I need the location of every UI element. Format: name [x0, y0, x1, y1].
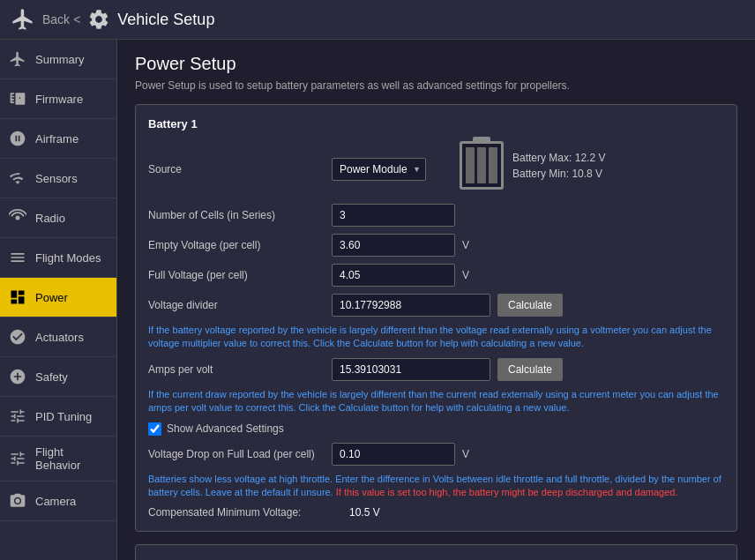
cells-row: Number of Cells (in Series) [148, 204, 724, 227]
battery-cell-2 [477, 147, 486, 183]
svg-point-0 [16, 216, 20, 220]
sidebar-label-safety: Safety [35, 370, 68, 384]
voltage-divider-row: Voltage divider Calculate [148, 294, 724, 317]
summary-icon [7, 49, 28, 70]
compensated-row: Compensated Minimum Voltage: 10.5 V [148, 506, 724, 519]
pid-tuning-icon [7, 406, 28, 427]
actuators-icon [7, 326, 28, 347]
voltage-drop-row: Voltage Drop on Full Load (per cell) V [148, 443, 724, 466]
sidebar-label-actuators: Actuators [35, 331, 84, 344]
back-button[interactable]: Back < [42, 12, 80, 26]
page-title: Vehicle Setup [117, 11, 214, 29]
empty-voltage-unit: V [462, 239, 469, 251]
advanced-settings-checkbox[interactable] [148, 422, 161, 436]
amps-per-volt-input[interactable] [332, 358, 490, 381]
firmware-icon [7, 88, 28, 109]
flight-modes-icon [7, 247, 28, 268]
sidebar-item-radio[interactable]: Radio [0, 198, 116, 238]
batteries-info: Batteries show less voltage at high thro… [148, 473, 724, 500]
battery-top [473, 137, 490, 142]
full-voltage-unit: V [462, 269, 469, 281]
amps-per-volt-info: If the current draw reported by the vehi… [148, 388, 724, 415]
empty-voltage-input[interactable] [332, 234, 455, 257]
battery2-section: Battery 2 Source Disabled Power Module [135, 544, 737, 560]
battery-cell-1 [466, 147, 475, 183]
full-voltage-row: Full Voltage (per cell) V [148, 264, 724, 287]
sidebar-item-summary[interactable]: Summary [0, 40, 116, 79]
source-label: Source [148, 163, 325, 175]
sidebar-item-firmware[interactable]: Firmware [0, 79, 116, 119]
sensors-icon [7, 168, 28, 189]
main-layout: Summary Firmware Airframe Sensors Radio [0, 40, 755, 560]
advanced-settings-row: Show Advanced Settings [148, 422, 724, 436]
sidebar-item-sensors[interactable]: Sensors [0, 159, 116, 198]
topbar: Back < Vehicle Setup [0, 0, 755, 40]
battery1-title: Battery 1 [148, 117, 724, 131]
cells-input[interactable] [332, 204, 455, 227]
sidebar-item-power[interactable]: Power [0, 278, 116, 317]
sidebar-item-actuators[interactable]: Actuators [0, 317, 116, 357]
empty-voltage-row: Empty Voltage (per cell) V [148, 234, 724, 257]
battery-max: Battery Max: 12.2 V [512, 152, 605, 164]
safety-icon [7, 366, 28, 387]
voltage-divider-label: Voltage divider [148, 299, 325, 311]
radio-icon [7, 207, 28, 228]
sidebar-item-airframe[interactable]: Airframe [0, 119, 116, 159]
voltage-drop-label: Voltage Drop on Full Load (per cell) [148, 448, 325, 460]
full-voltage-label: Full Voltage (per cell) [148, 269, 325, 281]
full-voltage-input[interactable] [332, 264, 455, 287]
sidebar-item-flight-modes[interactable]: Flight Modes [0, 238, 116, 278]
voltage-divider-info: If the battery voltage reported by the v… [148, 324, 724, 351]
amps-per-volt-calculate-button[interactable]: Calculate [497, 358, 563, 381]
battery-body [460, 141, 504, 190]
camera-icon [7, 490, 28, 511]
flight-behavior-icon [7, 448, 28, 469]
sidebar-label-camera: Camera [35, 495, 76, 508]
battery-min: Battery Min: 10.8 V [512, 168, 605, 180]
source-row: Source Power Module Disabled [148, 141, 724, 197]
content-area: Power Setup Power Setup is used to setup… [117, 40, 755, 560]
sidebar-label-radio: Radio [35, 212, 65, 225]
cells-label: Number of Cells (in Series) [148, 209, 325, 221]
sidebar-label-flight-behavior: Flight Behavior [35, 445, 109, 472]
sidebar: Summary Firmware Airframe Sensors Radio [0, 40, 117, 560]
source-select-wrapper[interactable]: Power Module Disabled [332, 158, 426, 181]
advanced-settings-label: Show Advanced Settings [167, 422, 284, 435]
battery-cell-3 [489, 147, 497, 183]
sidebar-item-pid-tuning[interactable]: PID Tuning [0, 397, 116, 437]
amps-per-volt-row: Amps per volt Calculate [148, 358, 724, 381]
sidebar-label-sensors: Sensors [35, 172, 78, 185]
sidebar-item-flight-behavior[interactable]: Flight Behavior [0, 437, 116, 482]
voltage-drop-unit: V [462, 448, 469, 460]
power-setup-title: Power Setup [135, 54, 737, 74]
compensated-value: 10.5 V [349, 506, 380, 519]
plane-icon [11, 7, 35, 32]
voltage-divider-input[interactable] [332, 294, 490, 317]
sidebar-label-airframe: Airframe [35, 132, 78, 146]
power-icon [7, 287, 28, 308]
compensated-label: Compensated Minimum Voltage: [148, 506, 342, 519]
sidebar-label-power: Power [35, 291, 68, 304]
sidebar-item-safety[interactable]: Safety [0, 357, 116, 397]
voltage-divider-calculate-button[interactable]: Calculate [497, 294, 563, 317]
sidebar-item-camera[interactable]: Camera [0, 482, 116, 521]
battery-visual: Battery Max: 12.2 V Battery Min: 10.8 V [460, 141, 605, 190]
sidebar-label-flight-modes: Flight Modes [35, 251, 101, 265]
power-setup-desc: Power Setup is used to setup battery par… [135, 79, 737, 92]
sidebar-label-summary: Summary [35, 53, 85, 66]
sidebar-label-firmware: Firmware [35, 93, 83, 106]
empty-voltage-label: Empty Voltage (per cell) [148, 239, 325, 251]
airframe-icon [7, 128, 28, 149]
battery-info: Battery Max: 12.2 V Battery Min: 10.8 V [512, 152, 605, 180]
batteries-warning: If this value is set too high, the batte… [336, 487, 678, 497]
sidebar-label-pid-tuning: PID Tuning [35, 410, 92, 423]
voltage-drop-input[interactable] [332, 443, 455, 466]
amps-per-volt-label: Amps per volt [148, 363, 325, 376]
gear-icon [87, 8, 110, 31]
source-select[interactable]: Power Module Disabled [332, 158, 426, 181]
battery1-section: Battery 1 Source Power Module Disabled [135, 104, 737, 532]
